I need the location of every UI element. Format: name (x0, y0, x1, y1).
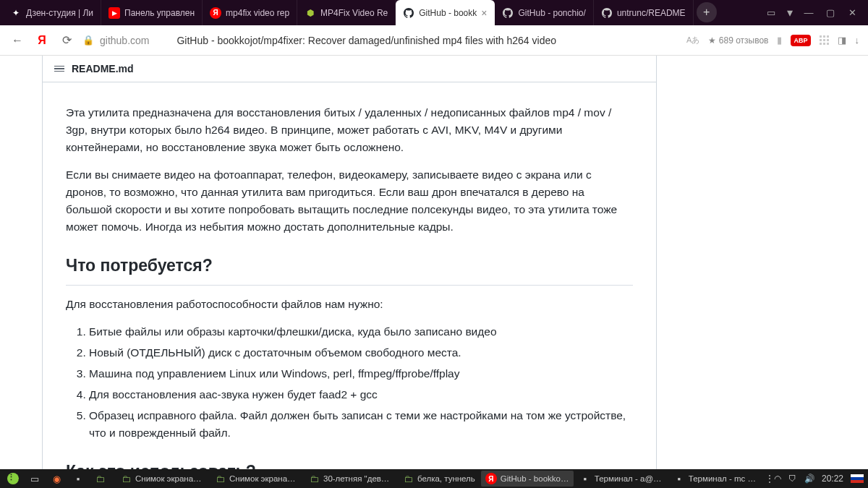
list-item: Битые файлы или образы карточки/флешки/д… (89, 323, 633, 341)
tab-android[interactable]: ⬢MP4Fix Video Re (297, 0, 396, 25)
taskbar-item[interactable]: 🗀белка, туннель (398, 471, 480, 487)
heading-requirements: Что потребуется? (66, 253, 633, 286)
github-icon (403, 7, 414, 19)
url-domain: github.com (100, 35, 149, 46)
zen-icon: ✦ (10, 7, 22, 19)
readme-p3: Для восстановления работоспособности фай… (66, 296, 633, 313)
clock[interactable]: 20:22 (822, 474, 843, 484)
system-taskbar: ⋮⋮ ▭ ◉ ▪ 🗀 🗀Снимок экрана_… 🗀Снимок экра… (0, 469, 868, 488)
yandex-icon: Я (210, 7, 221, 19)
heading-usage: Как это использовать? (66, 459, 633, 469)
list-item: Образец исправного файла. Файл должен бы… (89, 407, 633, 442)
files-button[interactable]: 🗀 (90, 471, 110, 487)
downloads-icon[interactable]: ↓ (855, 35, 860, 46)
sidebar-icon[interactable]: ◨ (838, 35, 846, 46)
url-display[interactable]: 🔒 github.com GitHub - bookkojot/mp4fixer… (82, 35, 679, 46)
close-icon[interactable]: × (481, 7, 487, 19)
maximize-button[interactable]: ▢ (825, 7, 836, 19)
reviews-badge[interactable]: ★ 689 отзывов (708, 35, 768, 46)
github-icon (601, 7, 613, 19)
readme-filename: README.md (72, 63, 134, 74)
taskbar-item[interactable]: 🗀Снимок экрана_… (210, 471, 302, 487)
tab-youtube[interactable]: ▶Панель управлен (101, 0, 203, 25)
back-button[interactable]: ← (9, 32, 26, 49)
address-bar: ← Я ⟳ 🔒 github.com GitHub - bookkojot/mp… (0, 25, 868, 56)
minimize-button[interactable]: ― (803, 7, 814, 19)
browser-tabbar: ✦Дзен-студия | Ли ▶Панель управлен Яmp4f… (0, 0, 868, 25)
start-menu-button[interactable]: ⋮⋮ (3, 471, 23, 487)
extensions-icon[interactable]: ▭ (765, 7, 777, 19)
taskbar-item[interactable]: ▪Терминал - a@a-… (575, 471, 668, 487)
readme-body: Эта утилита предназначена для восстановл… (43, 82, 656, 469)
notifications-icon[interactable]: ▾ (787, 6, 793, 20)
lock-icon: 🔒 (82, 35, 94, 46)
abp-icon[interactable]: ABP (791, 35, 810, 46)
folder-icon: 🗀 (214, 473, 226, 484)
updates-icon[interactable]: ⛉ (788, 474, 797, 483)
home-button[interactable]: Я (33, 32, 51, 49)
list-item: Новый (ОТДЕЛЬНЫЙ) диск с достаточным объ… (89, 344, 633, 361)
reload-button[interactable]: ⟳ (58, 32, 75, 49)
terminal-icon: ▪ (579, 473, 591, 484)
list-item: Для восстановления aac-звука нужен будет… (89, 386, 633, 403)
github-icon (502, 7, 514, 19)
keyboard-layout-flag[interactable] (851, 474, 864, 484)
toc-icon[interactable] (54, 66, 64, 72)
readme-header: README.md (43, 56, 656, 82)
folder-icon: 🗀 (120, 473, 132, 484)
list-item: Машина под управлением Linux или Windows… (89, 365, 633, 382)
terminal-button[interactable]: ▪ (68, 471, 88, 487)
close-window-button[interactable]: ✕ (846, 7, 858, 19)
new-tab-button[interactable]: + (697, 2, 717, 22)
taskbar-item[interactable]: 🗀30-летняя "девя… (304, 471, 396, 487)
readme-p1: Эта утилита предназначена для восстановл… (66, 104, 633, 156)
readme-p2: Если вы снимаете видео на фотоаппарат, т… (66, 166, 633, 236)
bookmark-icon[interactable]: ▮ (777, 35, 782, 46)
firefox-button[interactable]: ◉ (46, 471, 67, 487)
taskbar-item[interactable]: ▪Терминал - mc [a… (669, 471, 762, 487)
yandex-icon: Я (485, 473, 497, 484)
folder-icon: 🗀 (94, 473, 106, 484)
desktop-icon: ▭ (29, 473, 41, 484)
page-title: GitHub - bookkojot/mp4fixer: Recover dam… (176, 35, 556, 46)
show-desktop-button[interactable]: ▭ (25, 471, 45, 487)
terminal-icon: ▪ (72, 473, 84, 484)
wifi-icon[interactable]: ⋮◠ (765, 474, 781, 484)
tab-zen[interactable]: ✦Дзен-студия | Ли (3, 0, 101, 25)
folder-icon: 🗀 (308, 473, 320, 484)
youtube-icon: ▶ (109, 7, 120, 19)
tab-github-2[interactable]: GitHub - ponchio/ (495, 0, 593, 25)
android-icon: ⬢ (305, 7, 316, 19)
tab-yandex[interactable]: Яmp4fix video rep (203, 0, 297, 25)
page-content: README.md Эта утилита предназначена для … (0, 56, 868, 469)
taskbar-item[interactable]: 🗀Снимок экрана_… (116, 471, 208, 487)
firefox-icon: ◉ (51, 473, 62, 484)
volume-icon[interactable]: 🔊 (804, 474, 814, 484)
requirements-list: Битые файлы или образы карточки/флешки/д… (66, 323, 633, 442)
mint-icon: ⋮⋮ (7, 473, 19, 484)
taskbar-item-active[interactable]: ЯGitHub - bookkoj… (481, 471, 574, 487)
folder-icon: 🗀 (402, 473, 414, 484)
tab-github-3[interactable]: untrunc/README (594, 0, 694, 25)
tab-github-active[interactable]: GitHub - bookk × (396, 0, 495, 25)
terminal-icon: ▪ (673, 473, 685, 484)
translate-icon[interactable]: Aあ (686, 35, 699, 46)
apps-icon[interactable] (820, 35, 829, 45)
